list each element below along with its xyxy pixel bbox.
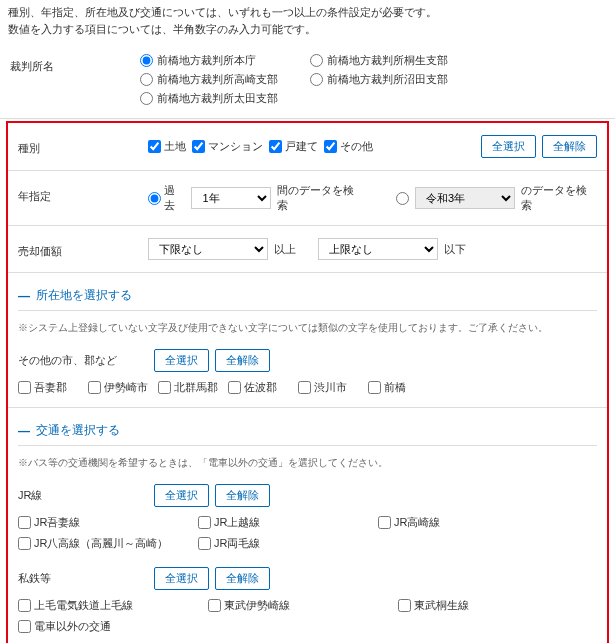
year-period-select[interactable]: 1年 <box>191 187 271 209</box>
private-item-3[interactable]: 電車以外の交通 <box>18 619 198 634</box>
jr-item-2[interactable]: JR高崎線 <box>378 515 558 530</box>
location-section: 所在地を選択する ※システム上登録していない文字及び使用できない文字については類… <box>8 273 607 408</box>
year-search-text: のデータを検索 <box>521 183 597 213</box>
court-option-3[interactable]: 前橋地方裁判所沼田支部 <box>310 72 460 87</box>
type-house[interactable]: 戸建て <box>269 139 318 154</box>
year-label: 年指定 <box>18 183 148 204</box>
price-ge: 以上 <box>274 242 296 257</box>
jr-item-1[interactable]: JR上越線 <box>198 515 378 530</box>
type-clear-all[interactable]: 全解除 <box>542 135 597 158</box>
price-section: 売却価額 下限なし 以上 上限なし 以下 <box>8 226 607 273</box>
year-era-radio[interactable] <box>396 192 409 205</box>
court-option-2[interactable]: 前橋地方裁判所高崎支部 <box>140 72 290 87</box>
location-item-3[interactable]: 佐波郡 <box>228 380 298 395</box>
private-item-0[interactable]: 上毛電気鉄道上毛線 <box>18 598 198 613</box>
year-between-text: 間のデータを検索 <box>277 183 364 213</box>
location-select-all[interactable]: 全選択 <box>154 349 209 372</box>
type-section: 種別 土地 マンション 戸建て その他 全選択 全解除 <box>8 123 607 171</box>
intro-text: 種別、年指定、所在地及び交通については、いずれも一つ以上の条件設定が必要です。 … <box>0 0 615 41</box>
location-item-0[interactable]: 吾妻郡 <box>18 380 88 395</box>
private-item-1[interactable]: 東武伊勢崎線 <box>208 598 388 613</box>
intro-line1: 種別、年指定、所在地及び交通については、いずれも一つ以上の条件設定が必要です。 <box>8 4 607 21</box>
transport-note: ※バス等の交通機関を希望するときは、「電車以外の交通」を選択してください。 <box>18 452 597 480</box>
location-header: 所在地を選択する <box>18 281 597 311</box>
main-form: 種別 土地 マンション 戸建て その他 全選択 全解除 年指定 過去 1年 間の… <box>6 121 609 643</box>
location-item-1[interactable]: 伊勢崎市 <box>88 380 158 395</box>
jr-item-0[interactable]: JR吾妻線 <box>18 515 198 530</box>
location-group-title: その他の市、郡など <box>18 349 148 372</box>
location-item-4[interactable]: 渋川市 <box>298 380 368 395</box>
location-item-5[interactable]: 前橋 <box>368 380 438 395</box>
private-item-2[interactable]: 東武桐生線 <box>398 598 578 613</box>
private-clear-all[interactable]: 全解除 <box>215 567 270 590</box>
year-past-radio[interactable]: 過去 <box>148 183 185 213</box>
private-items: 上毛電気鉄道上毛線 東武伊勢崎線 東武桐生線 電車以外の交通 <box>18 594 597 638</box>
type-mansion[interactable]: マンション <box>192 139 263 154</box>
location-note: ※システム上登録していない文字及び使用できない文字については類似の文字を使用して… <box>18 317 597 345</box>
location-item-2[interactable]: 北群馬郡 <box>158 380 228 395</box>
year-era-select[interactable]: 令和3年 <box>415 187 515 209</box>
jr-clear-all[interactable]: 全解除 <box>215 484 270 507</box>
year-section: 年指定 過去 1年 間のデータを検索 令和3年 のデータを検索 <box>8 171 607 226</box>
court-option-1[interactable]: 前橋地方裁判所桐生支部 <box>310 53 460 68</box>
jr-items: JR吾妻線 JR上越線 JR高崎線 JR八高線（高麗川～高崎） JR両毛線 <box>18 511 597 555</box>
type-label: 種別 <box>18 135 148 156</box>
court-option-0[interactable]: 前橋地方裁判所本庁 <box>140 53 290 68</box>
private-select-all[interactable]: 全選択 <box>154 567 209 590</box>
jr-select-all[interactable]: 全選択 <box>154 484 209 507</box>
type-other[interactable]: その他 <box>324 139 373 154</box>
court-label: 裁判所名 <box>10 53 140 74</box>
court-options: 前橋地方裁判所本庁 前橋地方裁判所桐生支部 前橋地方裁判所高崎支部 前橋地方裁判… <box>140 53 605 106</box>
type-land[interactable]: 土地 <box>148 139 186 154</box>
jr-item-3[interactable]: JR八高線（高麗川～高崎） <box>18 536 198 551</box>
court-section: 裁判所名 前橋地方裁判所本庁 前橋地方裁判所桐生支部 前橋地方裁判所高崎支部 前… <box>0 41 615 119</box>
price-upper-select[interactable]: 上限なし <box>318 238 438 260</box>
location-items: 吾妻郡 伊勢崎市 北群馬郡 佐波郡 渋川市 前橋 <box>18 376 597 399</box>
price-le: 以下 <box>444 242 466 257</box>
transport-header: 交通を選択する <box>18 416 597 446</box>
intro-line2: 数値を入力する項目については、半角数字のみ入力可能です。 <box>8 21 607 38</box>
jr-item-4[interactable]: JR両毛線 <box>198 536 378 551</box>
court-option-4[interactable]: 前橋地方裁判所太田支部 <box>140 91 290 106</box>
private-title: 私鉄等 <box>18 567 148 590</box>
jr-title: JR線 <box>18 484 148 507</box>
type-select-all[interactable]: 全選択 <box>481 135 536 158</box>
transport-section: 交通を選択する ※バス等の交通機関を希望するときは、「電車以外の交通」を選択して… <box>8 408 607 643</box>
location-clear-all[interactable]: 全解除 <box>215 349 270 372</box>
price-lower-select[interactable]: 下限なし <box>148 238 268 260</box>
price-label: 売却価額 <box>18 238 148 259</box>
